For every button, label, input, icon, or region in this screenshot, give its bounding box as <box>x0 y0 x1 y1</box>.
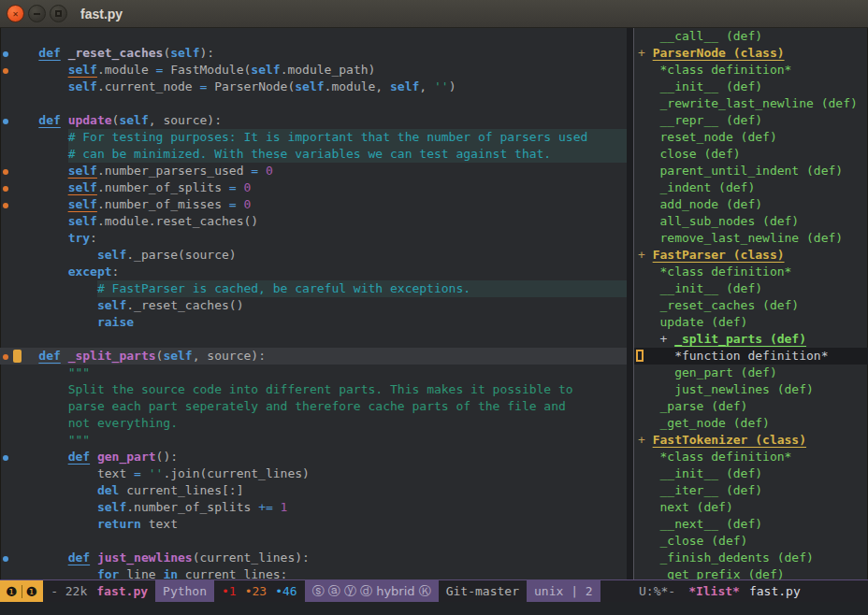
code-line[interactable]: self.number_parsers_used = 0 <box>0 163 627 179</box>
outline-item[interactable]: _get_prefix (def) <box>634 566 868 579</box>
major-mode-segment[interactable]: Python <box>155 580 214 602</box>
token: __init__ (def) <box>659 79 762 95</box>
outline-item[interactable]: *class definition* <box>634 62 868 79</box>
outline-item[interactable]: just_newlines (def) <box>634 381 868 398</box>
outline-item[interactable]: close (def) <box>634 146 868 163</box>
code-line[interactable]: del current_lines[:] <box>0 482 627 499</box>
code-line[interactable]: self.number_of_misses = 0 <box>0 196 627 213</box>
outline-item[interactable]: update (def) <box>634 314 868 331</box>
outline-item[interactable]: _indent (def) <box>634 179 868 196</box>
outline-item[interactable]: next (def) <box>634 499 868 516</box>
window-number: ❶ <box>6 585 18 598</box>
token: , source): <box>149 112 222 129</box>
code-line[interactable]: except: <box>0 264 627 280</box>
token: just_newlines (def) <box>674 381 814 398</box>
outline-item[interactable]: __iter__ (def) <box>634 482 868 499</box>
code-line[interactable] <box>0 331 627 348</box>
code-line[interactable]: """ <box>0 432 627 449</box>
code-line[interactable]: parse each part seperately and therefore… <box>0 398 627 415</box>
outline-item[interactable]: *class definition* <box>634 449 868 465</box>
info-count: •46 <box>275 584 297 598</box>
outline-item[interactable]: __repr__ (def) <box>634 112 868 129</box>
code-editor-window[interactable]: def _reset_caches(self): self.module = F… <box>0 28 627 579</box>
outline-item[interactable]: all_sub_nodes (def) <box>634 213 868 230</box>
outline-item[interactable]: gen_part (def) <box>634 365 868 381</box>
code-line[interactable]: self._reset_caches() <box>0 297 627 314</box>
code-line[interactable]: self.current_node = ParserNode(self.modu… <box>0 79 627 95</box>
orange-fringe-dot-icon <box>3 186 8 192</box>
outline-item[interactable]: parent_until_indent (def) <box>634 163 868 179</box>
code-line[interactable]: # FastParser is cached, be careful with … <box>0 280 627 297</box>
outline-item[interactable]: *class definition* <box>634 264 868 280</box>
warning-count: •23 <box>245 584 267 598</box>
error-count: •1 <box>222 584 237 598</box>
code-line[interactable]: return text <box>0 516 627 533</box>
encoding-segment[interactable]: unix | 2 <box>527 580 600 602</box>
imenu-list-panel[interactable]: __call__ (def)+ ParserNode (class) *clas… <box>634 28 868 579</box>
flycheck-counts-segment[interactable]: •1 •23 •46 <box>214 580 305 602</box>
outline-item[interactable]: + FastTokenizer (class) <box>634 432 868 449</box>
token <box>638 213 659 230</box>
code-line[interactable]: """ <box>0 365 627 381</box>
token: _reset_caches <box>68 45 164 62</box>
close-button[interactable]: ✕ <box>7 5 24 22</box>
token: ( <box>163 45 170 62</box>
code-line[interactable] <box>0 95 627 112</box>
token: except <box>68 264 112 280</box>
token: *function definition* <box>674 348 828 365</box>
outline-item[interactable]: remove_last_newline (def) <box>634 230 868 247</box>
token <box>61 45 68 62</box>
echo-area[interactable] <box>0 602 868 615</box>
maximize-button[interactable] <box>50 5 67 22</box>
outline-item[interactable]: _finish_dedents (def) <box>634 550 868 566</box>
code-line[interactable]: def update(self, source): <box>0 112 627 129</box>
window-divider[interactable] <box>627 28 634 579</box>
code-line[interactable]: def _split_parts(self, source): <box>0 348 627 365</box>
outline-item[interactable]: __init__ (def) <box>634 280 868 297</box>
outline-item[interactable]: _parse (def) <box>634 398 868 415</box>
code-line[interactable]: self.module = FastModule(self.module_pat… <box>0 62 627 79</box>
buffer-info-segment[interactable]: - 22k fast.py <box>43 580 155 602</box>
window-number-segment[interactable]: ❶ ❶ <box>0 580 43 602</box>
outline-item[interactable]: _rewrite_last_newline (def) <box>634 95 868 112</box>
code-line[interactable]: not everything. <box>0 415 627 432</box>
token: __call__ (def) <box>659 28 762 45</box>
token: ( <box>156 348 164 365</box>
code-line[interactable]: self._parse(source) <box>0 247 627 264</box>
token: (current_lines): <box>193 550 310 566</box>
outline-item[interactable]: add_node (def) <box>634 196 868 213</box>
outline-item[interactable]: + ParserNode (class) <box>634 45 868 62</box>
code-line[interactable]: try: <box>0 230 627 247</box>
code-line[interactable] <box>0 28 627 45</box>
outline-item[interactable]: __call__ (def) <box>634 28 868 45</box>
orange-fringe-dot-icon <box>3 169 8 175</box>
modeline-ilist-window[interactable]: U:%*- *Ilist* fast.py <box>634 580 868 602</box>
outline-item[interactable]: _get_node (def) <box>634 415 868 432</box>
outline-item[interactable]: __init__ (def) <box>634 465 868 482</box>
code-line[interactable]: def just_newlines(current_lines): <box>0 550 627 566</box>
outline-item[interactable]: + _split_parts (def) <box>634 331 868 348</box>
code-line[interactable]: self.module.reset_caches() <box>0 213 627 230</box>
code-line[interactable]: # can be minimized. With these variables… <box>0 146 627 163</box>
code-line[interactable]: for line in current_lines: <box>0 566 627 579</box>
code-line[interactable]: self.number_of_splits = 0 <box>0 179 627 196</box>
code-line[interactable]: # For testing purposes: It is important … <box>0 129 627 146</box>
code-line[interactable]: self.number_of_splits += 1 <box>0 499 627 516</box>
code-line[interactable]: Split the source code into different par… <box>0 381 627 398</box>
outline-item[interactable]: _close (def) <box>634 533 868 550</box>
git-branch-segment[interactable]: Git-master <box>439 580 527 602</box>
outline-item[interactable]: __init__ (def) <box>634 79 868 95</box>
code-line[interactable]: raise <box>0 314 627 331</box>
outline-item[interactable]: + FastParser (class) <box>634 247 868 264</box>
code-line[interactable] <box>0 533 627 550</box>
minimize-button[interactable] <box>28 5 46 22</box>
token: text <box>141 516 178 533</box>
code-line[interactable]: def _reset_caches(self): <box>0 45 627 62</box>
outline-item[interactable]: reset_node (def) <box>634 129 868 146</box>
outline-item[interactable]: _reset_caches (def) <box>634 297 868 314</box>
minor-modes-segment[interactable]: ⓢ ⓐ ⓨ ⓓ hybrid Ⓚ <box>305 580 439 602</box>
outline-item[interactable]: __next__ (def) <box>634 516 868 533</box>
outline-item-selected[interactable]: *function definition* <box>634 348 868 365</box>
code-line[interactable]: text = ''.join(current_lines) <box>0 465 627 482</box>
code-line[interactable]: def gen_part(): <box>0 449 627 465</box>
